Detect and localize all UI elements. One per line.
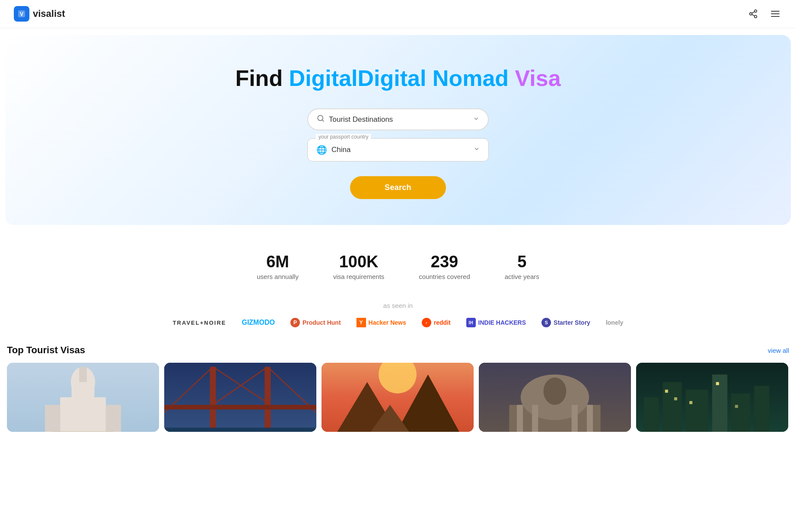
logo-text: visalist	[33, 8, 65, 19]
hero-title: Find DigitalDigital Nomad Visa	[235, 65, 560, 91]
svg-rect-22	[53, 431, 114, 432]
stat-visa-number: 100K	[333, 253, 384, 271]
brand-reddit: r reddit	[422, 318, 451, 327]
svg-rect-53	[644, 397, 659, 432]
svg-rect-59	[665, 390, 668, 393]
svg-rect-57	[731, 393, 750, 432]
visa-cards-row	[7, 363, 789, 432]
stats-section: 6M users annually 100K visa requirements…	[0, 232, 796, 298]
hero-digital: Digital	[289, 66, 358, 91]
svg-point-42	[544, 377, 567, 405]
stat-years-number: 5	[505, 253, 539, 271]
as-seen-section: as seen in TRAVEL+NOIRE GIZMODO P Produc…	[0, 298, 796, 340]
svg-rect-63	[735, 405, 738, 408]
svg-rect-55	[685, 390, 708, 432]
card-bg-3	[322, 363, 474, 432]
hero-find: Find	[235, 66, 283, 91]
svg-rect-62	[716, 382, 719, 385]
header: V visalist	[0, 0, 796, 28]
visa-card-4[interactable]	[479, 363, 631, 432]
passport-selector[interactable]: 🌐 China	[307, 138, 489, 162]
svg-line-6	[752, 12, 755, 13]
globe-icon: 🌐	[316, 145, 327, 155]
brand-travel-noire: TRAVEL+NOIRE	[173, 320, 226, 326]
logo-link[interactable]: V visalist	[14, 6, 65, 22]
search-button[interactable]: Search	[350, 176, 446, 199]
passport-wrap: your passport country 🌐 China	[307, 138, 489, 162]
brand-product-hunt: P Product Hunt	[290, 318, 341, 327]
search-icon	[317, 114, 325, 124]
indie-hackers-icon: IH	[466, 318, 476, 327]
destination-selector[interactable]: Tourist Destinations	[307, 108, 489, 130]
logos-row: TRAVEL+NOIRE GIZMODO P Product Hunt Y Ha…	[9, 318, 787, 327]
view-all-link[interactable]: view all	[768, 347, 789, 354]
stat-visa: 100K visa requirements	[333, 253, 384, 280]
svg-rect-58	[754, 386, 769, 432]
visa-card-3[interactable]	[322, 363, 474, 432]
svg-rect-31	[164, 428, 316, 432]
svg-rect-19	[45, 405, 60, 432]
destination-chevron	[473, 116, 479, 124]
starter-story-icon: S	[541, 318, 551, 327]
section-title: Top Tourist Visas	[7, 345, 85, 356]
svg-rect-30	[164, 405, 316, 410]
header-actions	[747, 7, 782, 21]
passport-label: your passport country	[316, 134, 371, 140]
passport-country: China	[331, 146, 469, 154]
svg-line-11	[322, 120, 323, 121]
destination-value: Tourist Destinations	[329, 115, 469, 124]
card-bg-1	[7, 363, 159, 432]
top-visas-section: Top Tourist Visas view all	[0, 340, 796, 440]
visa-card-2[interactable]	[164, 363, 316, 432]
card-bg-4	[479, 363, 631, 432]
menu-button[interactable]	[768, 7, 782, 21]
product-hunt-icon: P	[290, 318, 300, 327]
svg-rect-45	[572, 405, 578, 432]
svg-text:r: r	[426, 321, 427, 324]
svg-rect-25	[264, 367, 271, 432]
stat-years-label: active years	[505, 273, 539, 280]
svg-rect-20	[106, 405, 121, 432]
stat-users: 6M users annually	[257, 253, 299, 280]
stat-users-number: 6M	[257, 253, 299, 271]
svg-rect-43	[517, 405, 523, 432]
svg-rect-61	[689, 401, 692, 404]
logo-icon: V	[14, 6, 29, 22]
svg-rect-60	[674, 397, 677, 400]
svg-rect-44	[532, 405, 538, 432]
stat-years: 5 active years	[505, 253, 539, 280]
stat-countries-number: 239	[419, 253, 470, 271]
brand-gizmodo: GIZMODO	[242, 319, 274, 326]
svg-rect-23	[164, 363, 316, 432]
as-seen-label: as seen in	[9, 302, 787, 309]
svg-rect-18	[79, 367, 87, 382]
stat-visa-label: visa requirements	[333, 273, 384, 280]
svg-rect-54	[663, 382, 682, 432]
passport-chevron	[474, 146, 480, 154]
svg-rect-24	[210, 367, 216, 432]
brand-starter-story: S Starter Story	[541, 318, 590, 327]
share-button[interactable]	[747, 7, 760, 20]
svg-rect-46	[587, 405, 593, 432]
hacker-news-icon: Y	[357, 318, 366, 327]
brand-indie-hackers: IH INDIE HACKERS	[466, 318, 526, 327]
card-bg-2	[164, 363, 316, 432]
brand-lonely: lonely	[606, 319, 623, 326]
reddit-icon: r	[422, 318, 431, 327]
svg-line-5	[752, 14, 755, 16]
section-header: Top Tourist Visas view all	[7, 345, 789, 356]
svg-rect-56	[712, 374, 727, 432]
stat-countries: 239 countries covered	[419, 253, 470, 280]
stat-users-label: users annually	[257, 273, 299, 280]
visa-card-1[interactable]	[7, 363, 159, 432]
svg-text:V: V	[20, 11, 23, 17]
hero-section: Find DigitalDigital Nomad Visa Tourist D…	[5, 35, 791, 225]
stat-countries-label: countries covered	[419, 273, 470, 280]
visa-card-5[interactable]	[636, 363, 788, 432]
card-bg-5	[636, 363, 788, 432]
brand-hacker-news: Y Hacker News	[357, 318, 406, 327]
